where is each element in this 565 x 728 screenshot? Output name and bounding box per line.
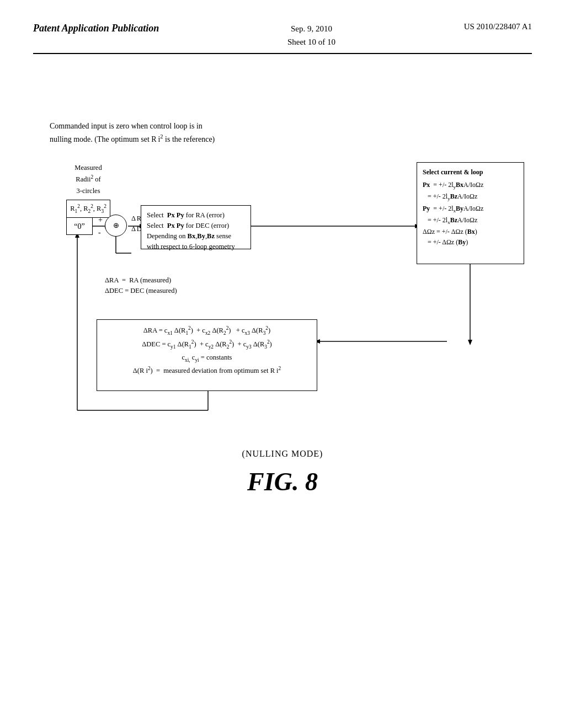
publication-date: Sep. 9, 2010: [291, 24, 332, 33]
preamble: Commanded input is zero when control loo…: [50, 120, 515, 146]
svg-marker-9: [468, 340, 472, 345]
summing-junction: ⊕: [105, 215, 127, 237]
header-center: Sep. 9, 2010 Sheet 10 of 10: [287, 22, 335, 49]
preamble-line2: nulling mode. (The optimum set R i2 is t…: [50, 135, 215, 143]
circle-symbol: ⊕: [113, 221, 119, 230]
select-line-4: with respect to 6-loop geometry: [147, 242, 245, 252]
current-line-6: = +/- ΔΩz (By): [423, 237, 518, 248]
three-circles-label: 3-circles: [50, 185, 127, 196]
select-line-3: Depending on Bx,By,Bz sense: [147, 231, 245, 242]
eq-line-3: cxi, cyi = constants: [103, 352, 311, 365]
current-line-3: Py = +/- 2lxByA/IoΩz: [423, 204, 518, 215]
minus-label: -: [98, 228, 101, 237]
patent-number: US 2010/228407 A1: [464, 22, 532, 31]
zero-label: “0”: [74, 221, 84, 232]
diagram-area: Commanded input is zero when control loo…: [33, 120, 532, 496]
select-line-2: Select Px Py for DEC (error): [147, 221, 245, 231]
diagram-container: “0” ⊕ + - Δ RA (error) Δ DEC (error) Sel…: [50, 162, 524, 427]
select-line-1: Select Px Py for RA (error): [147, 210, 245, 221]
page-header: Patent Application Publication Sep. 9, 2…: [33, 22, 532, 54]
radii-values: R12, R22, R32: [66, 200, 110, 218]
eq-line-4: Δ(R i2) = measured deviation from optimu…: [103, 365, 311, 377]
page: Patent Application Publication Sep. 9, 2…: [0, 0, 565, 728]
current-line-4: = +/- 2lxBzA/IoΩz: [423, 215, 518, 227]
zero-input-box: “0”: [66, 217, 93, 235]
plus-label: +: [98, 216, 103, 224]
dec-measured-line: ΔDEC = DEC (measured): [105, 286, 177, 296]
figure-label: FIG. 8: [50, 467, 515, 496]
select-current-box: Select current & loop Px = +/- 2lyBxA/Io…: [417, 162, 524, 264]
ra-measured-line: ΔRA = RA (measured): [105, 275, 177, 286]
current-box-title: Select current & loop: [423, 167, 518, 178]
current-line-2: = +/- 2lyBzA/IoΩz: [423, 191, 518, 203]
radii-label-area: Measured Radii2 of 3-circles R12, R22, R…: [50, 162, 127, 217]
radii-squared-label: Radii2 of: [50, 173, 127, 185]
ra-dec-measured: ΔRA = RA (measured) ΔDEC = DEC (measured…: [105, 275, 177, 296]
preamble-line1: Commanded input is zero when control loo…: [50, 122, 202, 130]
publication-title: Patent Application Publication: [33, 22, 159, 35]
eq-line-1: ΔRA = cx1 Δ(R12) + cx2 Δ(R22) + cx3 Δ(R3…: [103, 324, 311, 338]
select-pxpy-box: Select Px Py for RA (error) Select Px Py…: [141, 205, 251, 249]
measured-label: Measured: [50, 162, 127, 173]
current-line-5: ΔΩz = +/- ΔΩz (Bx): [423, 227, 518, 237]
eq-line-2: ΔDEC = cy1 Δ(R12) + cy2 Δ(R22) + cy3 Δ(R…: [103, 338, 311, 352]
equations-box: ΔRA = cx1 Δ(R12) + cx2 Δ(R22) + cx3 Δ(R3…: [97, 319, 317, 391]
sheet-number: Sheet 10 of 10: [287, 38, 335, 46]
nulling-mode-caption: (NULLING MODE): [50, 449, 515, 459]
current-line-1: Px = +/- 2lyBxA/IoΩz: [423, 180, 518, 191]
